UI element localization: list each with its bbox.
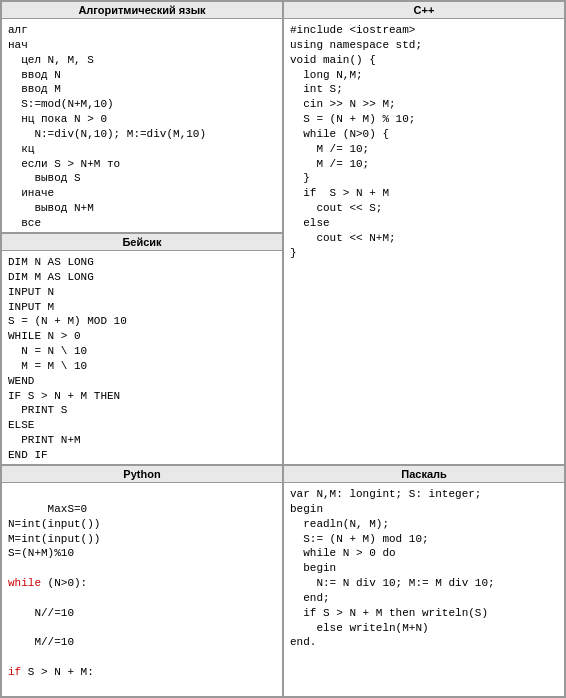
basic-cell: Бейсик DIM N AS LONG DIM M AS LONG INPUT… [1,233,283,465]
python-body: MaxS=0 N=int(input()) M=int(input()) S=(… [2,483,282,696]
python-header: Python [2,466,282,483]
pascal-body: var N,M: longint; S: integer; begin read… [284,483,564,696]
pascal-cell: Паскаль var N,M: longint; S: integer; be… [283,465,565,697]
python-indent2: M//=10 [8,636,74,648]
cpp-cell: C++ #include <iostream> using namespace … [283,1,565,465]
python-while-keyword: while [8,577,41,589]
python-cell: Python MaxS=0 N=int(input()) M=int(input… [1,465,283,697]
alg-header: Алгоритмический язык [2,2,282,19]
alg-body: алг нач цел N, M, S ввод N ввод M S:=mod… [2,19,282,232]
python-while-rest: (N>0): [41,577,87,589]
basic-body: DIM N AS LONG DIM M AS LONG INPUT N INPU… [2,251,282,464]
cpp-header: C++ [284,2,564,19]
python-code-plain: MaxS=0 N=int(input()) M=int(input()) S=(… [8,503,100,560]
python-indent1: N//=10 [8,607,74,619]
python-if-keyword: if [8,666,21,678]
python-if-rest: S > N + M: [21,666,94,678]
cpp-body: #include <iostream> using namespace std;… [284,19,564,464]
pascal-header: Паскаль [284,466,564,483]
basic-header: Бейсик [2,234,282,251]
alg-cell: Алгоритмический язык алг нач цел N, M, S… [1,1,283,233]
